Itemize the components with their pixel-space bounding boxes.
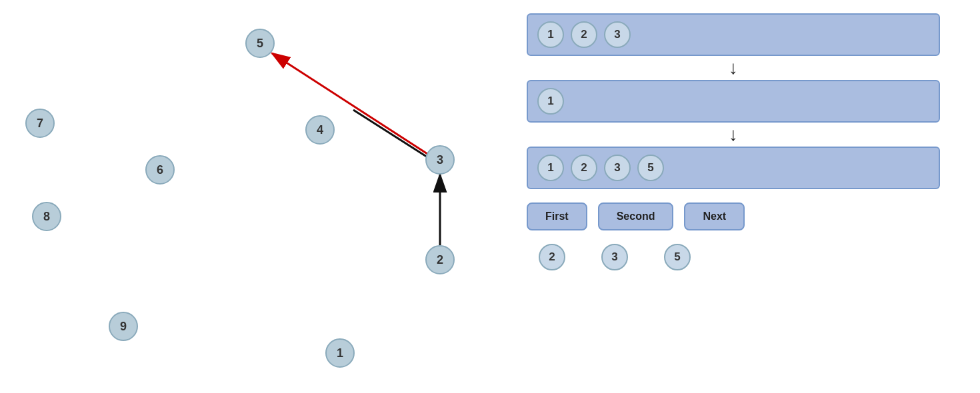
queue-box-1: 1 2 3 xyxy=(527,13,940,56)
bottom-node-2: 2 xyxy=(539,244,565,270)
node-9: 9 xyxy=(109,312,138,341)
queue-node-3-2: 2 xyxy=(571,155,597,181)
node-7: 7 xyxy=(25,109,55,138)
right-panel: 1 2 3 ↓ 1 ↓ 1 2 3 5 First Second Next 2 … xyxy=(527,13,967,270)
node-8: 8 xyxy=(32,202,61,231)
queue-node-1-1: 1 xyxy=(537,21,564,48)
bottom-nodes-row: 2 3 5 xyxy=(539,244,967,270)
node-1: 1 xyxy=(325,338,355,368)
queue-node-1-3: 3 xyxy=(604,21,631,48)
bottom-node-5: 5 xyxy=(664,244,691,270)
node-4: 4 xyxy=(305,115,335,145)
graph-area: 5 4 3 2 7 6 8 9 1 xyxy=(0,0,520,393)
queue-box-3: 1 2 3 5 xyxy=(527,147,940,189)
node-5: 5 xyxy=(245,29,275,58)
queue-box-2: 1 xyxy=(527,80,940,123)
first-button[interactable]: First xyxy=(527,202,587,230)
node-6: 6 xyxy=(145,155,175,185)
node-3: 3 xyxy=(425,145,455,175)
second-button[interactable]: Second xyxy=(598,202,674,230)
buttons-row: First Second Next xyxy=(527,202,967,230)
queue-node-3-5: 5 xyxy=(637,155,664,181)
queue-node-3-3: 3 xyxy=(604,155,631,181)
arrow-down-1: ↓ xyxy=(527,56,940,80)
arrow-down-2: ↓ xyxy=(527,123,940,147)
queue-node-3-1: 1 xyxy=(537,155,564,181)
queue-node-1-2: 2 xyxy=(571,21,597,48)
node-2: 2 xyxy=(425,245,455,274)
queue-node-2-1: 1 xyxy=(537,88,564,115)
edge-3-5 xyxy=(272,53,437,160)
next-button[interactable]: Next xyxy=(684,202,745,230)
bottom-node-3: 3 xyxy=(601,244,628,270)
graph-svg xyxy=(0,0,520,393)
